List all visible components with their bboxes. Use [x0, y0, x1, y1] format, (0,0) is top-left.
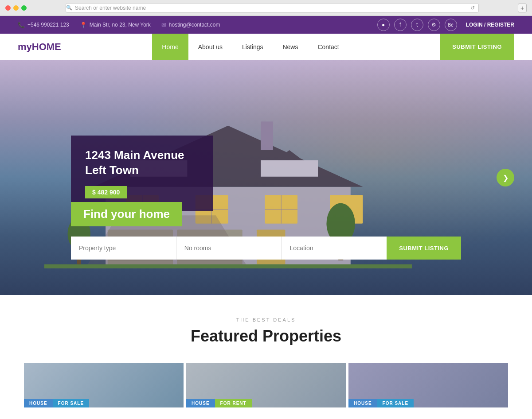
phone-item: 📞 +546 990221 123 — [18, 22, 69, 28]
traffic-lights — [5, 5, 27, 11]
address-bar[interactable]: 🔍 Search or enter website name ↺ — [66, 3, 479, 13]
svg-rect-29 — [44, 264, 412, 268]
refresh-icon[interactable]: ↺ — [470, 5, 475, 11]
close-button[interactable] — [5, 5, 11, 11]
top-bar-right: ● f t ⚙ Bè LOGIN / REGISTER — [377, 19, 514, 31]
logo-home: HOME — [32, 41, 61, 52]
no-rooms-input[interactable] — [176, 237, 282, 260]
section-title: Featured Properties — [18, 327, 514, 345]
new-tab-button[interactable]: + — [518, 4, 527, 12]
address-item: 📍 Main Str, no 23, New York — [80, 22, 151, 28]
browser-chrome: 🔍 Search or enter website name ↺ + — [0, 0, 532, 16]
minimize-button[interactable] — [13, 5, 19, 11]
property-1-status: FOR SALE — [53, 399, 90, 407]
property-1-badges: HOUSE FOR SALE — [24, 399, 89, 407]
find-home-banner: Find your home — [71, 202, 182, 226]
logo-my: my — [18, 41, 32, 52]
property-card-1[interactable]: HOUSE FOR SALE — [24, 363, 184, 407]
section-subtitle: THE BEST DEALS — [18, 317, 514, 322]
svg-rect-6 — [261, 121, 273, 150]
address-text: Main Str, no 23, New York — [90, 22, 151, 28]
email-item: ✉ hosting@contact.com — [161, 22, 220, 28]
email-text: hosting@contact.com — [169, 22, 220, 28]
property-3-type: HOUSE — [348, 399, 377, 407]
phone-icon: 📞 — [18, 22, 25, 28]
featured-section: THE BEST DEALS Featured Properties HOUSE… — [0, 295, 532, 419]
submit-listing-button[interactable]: SUBMIT LISTING — [440, 34, 514, 60]
svg-rect-5 — [261, 160, 318, 177]
nav-home[interactable]: Home — [152, 34, 188, 60]
behance-icon[interactable]: Bè — [445, 19, 457, 31]
phone-number: +546 990221 123 — [27, 22, 69, 28]
settings-icon[interactable]: ⚙ — [428, 19, 440, 31]
property-2-status: FOR RENT — [215, 399, 252, 407]
search-submit-button[interactable]: SUBMIT LISTING — [387, 237, 461, 260]
property-card-3[interactable]: HOUSE FOR SALE — [348, 363, 508, 407]
nav-about[interactable]: About us — [188, 34, 232, 60]
location-icon: 📍 — [80, 22, 87, 28]
address-text: Search or enter website name — [75, 5, 146, 11]
nav-news[interactable]: News — [273, 34, 308, 60]
property-3-badges: HOUSE FOR SALE — [348, 399, 414, 407]
property-price: $ 482 900 — [85, 186, 127, 198]
nav-contact[interactable]: Contact — [308, 34, 348, 60]
navbar: myHOME Home About us Listings News Conta… — [0, 34, 532, 60]
property-type-input[interactable] — [71, 237, 176, 260]
find-home-text: Find your home — [83, 207, 170, 221]
top-bar: 📞 +546 990221 123 📍 Main Str, no 23, New… — [0, 16, 532, 34]
site-logo[interactable]: myHOME — [18, 41, 61, 53]
login-register-link[interactable]: LOGIN / REGISTER — [466, 22, 514, 28]
property-card: 1243 Main Avenue Left Town $ 482 900 — [71, 136, 213, 211]
nav-listings[interactable]: Listings — [232, 34, 273, 60]
slider-next-button[interactable]: ❯ — [497, 169, 514, 186]
search-icon: 🔍 — [66, 5, 72, 11]
property-3-status: FOR SALE — [377, 399, 414, 407]
email-icon: ✉ — [161, 22, 166, 28]
property-2-type: HOUSE — [186, 399, 215, 407]
property-1-type: HOUSE — [24, 399, 53, 407]
properties-row: HOUSE FOR SALE HOUSE FOR RENT HOUSE FOR … — [18, 363, 514, 407]
top-bar-left: 📞 +546 990221 123 📍 Main Str, no 23, New… — [18, 22, 220, 28]
spotify-icon[interactable]: ● — [377, 19, 390, 31]
nav-links: Home About us Listings News Contact — [152, 34, 348, 60]
property-2-badges: HOUSE FOR RENT — [186, 399, 252, 407]
hero-section: 5991 1243 Main Avenue Left Town $ 482 90… — [0, 60, 532, 295]
facebook-icon[interactable]: f — [394, 19, 407, 31]
property-card-2[interactable]: HOUSE FOR RENT — [186, 363, 346, 407]
maximize-button[interactable] — [21, 5, 27, 11]
location-input[interactable] — [282, 237, 387, 260]
twitter-icon[interactable]: t — [411, 19, 423, 31]
property-title: 1243 Main Avenue Left Town — [85, 148, 197, 178]
search-bar: SUBMIT LISTING — [71, 237, 461, 260]
